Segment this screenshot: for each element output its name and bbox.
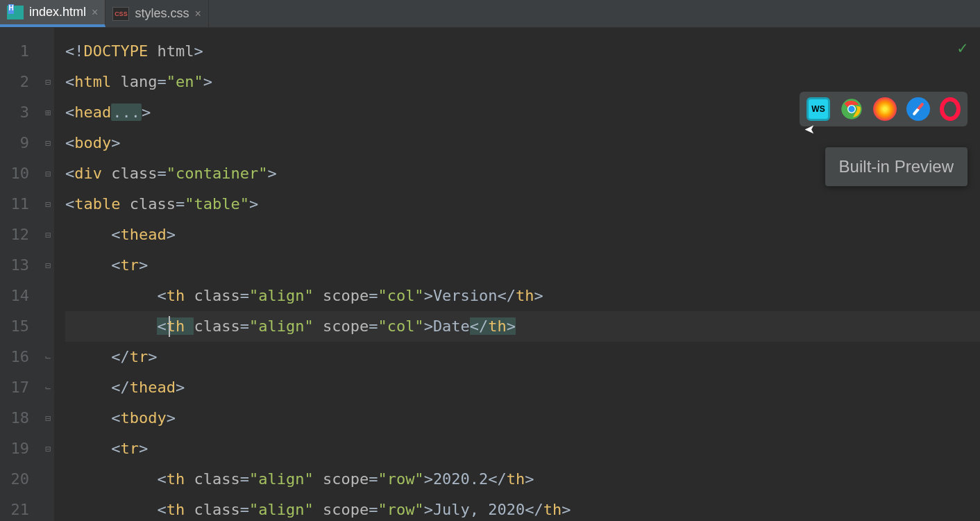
- syntax-attr: class: [194, 317, 239, 335]
- code-line[interactable]: <th class="align" scope="col">Date</th>: [65, 311, 980, 342]
- syntax-punc: <: [65, 195, 74, 213]
- webstorm-preview-icon[interactable]: WS: [806, 97, 830, 121]
- fold-collapse-icon[interactable]: ⊟: [42, 403, 54, 433]
- fold-collapse-icon[interactable]: ⊟: [42, 433, 54, 464]
- fold-end-icon[interactable]: ⌙: [42, 372, 54, 403]
- syntax-val: "align": [249, 470, 323, 488]
- syntax-text: Date: [433, 317, 470, 335]
- tab-label: index.html: [29, 5, 86, 19]
- syntax-tag: DOCTYPE: [84, 42, 158, 60]
- line-number: 12: [0, 220, 29, 250]
- code-line[interactable]: <th class="align" scope="row">2020.2</th…: [65, 464, 980, 495]
- fold-none: [42, 281, 54, 311]
- code-line[interactable]: <!DOCTYPE html>: [65, 36, 980, 67]
- syntax-punc: </: [111, 348, 130, 365]
- code-line[interactable]: </thead>: [65, 372, 980, 403]
- syntax-punc: <: [65, 104, 74, 121]
- code-line[interactable]: <tr>: [65, 433, 980, 464]
- syntax-attr: scope: [323, 470, 369, 488]
- syntax-val: "col": [378, 287, 423, 304]
- syntax-punc: >: [167, 409, 176, 427]
- syntax-punc: >: [176, 379, 185, 396]
- opera-icon[interactable]: [940, 97, 961, 121]
- code-line[interactable]: </tr>: [65, 342, 980, 372]
- syntax-punc: <: [65, 134, 74, 151]
- syntax-tag: tr: [120, 256, 139, 274]
- syntax-punc: >: [424, 470, 433, 488]
- syntax-tag: thead: [120, 226, 166, 243]
- syntax-punc: =: [369, 287, 378, 304]
- syntax-tag: th: [543, 501, 562, 518]
- code-line[interactable]: <tr>: [65, 250, 980, 281]
- fold-collapse-icon[interactable]: ⊟: [42, 250, 54, 281]
- syntax-attr: scope: [323, 287, 369, 304]
- syntax-fold: ...: [111, 104, 142, 121]
- tab-styles-css[interactable]: CSSstyles.css×: [105, 0, 208, 27]
- close-icon[interactable]: ×: [92, 6, 98, 19]
- syntax-punc: <: [65, 165, 74, 182]
- tab-index-html[interactable]: index.html×: [0, 0, 105, 27]
- syntax-punc: =: [240, 470, 249, 488]
- syntax-attr: class: [111, 165, 157, 182]
- syntax-punc: >: [203, 73, 212, 90]
- syntax-punc: >: [424, 501, 433, 518]
- line-number: 20: [0, 464, 29, 495]
- syntax-punc: >: [142, 104, 151, 121]
- syntax-punc: =: [369, 501, 378, 518]
- syntax-attr: class: [194, 470, 239, 488]
- fold-column[interactable]: ⊟⊞⊟⊟⊟⊟⊟⌙⌙⊟⊟: [42, 28, 54, 521]
- syntax-punc: =: [176, 195, 185, 213]
- syntax-punc: >: [249, 195, 258, 213]
- syntax-tag: head: [74, 104, 111, 121]
- code-line[interactable]: <tbody>: [65, 403, 980, 433]
- syntax-attr: scope: [323, 317, 369, 335]
- firefox-icon[interactable]: [873, 97, 897, 121]
- syntax-tag: th: [167, 501, 194, 518]
- inspection-ok-icon[interactable]: ✓: [958, 38, 968, 58]
- syntax-punc: <: [157, 501, 166, 518]
- line-number: 18: [0, 403, 29, 433]
- fold-expand-icon[interactable]: ⊞: [42, 97, 54, 128]
- close-icon[interactable]: ×: [194, 8, 201, 20]
- code-line[interactable]: <table class="table">: [65, 189, 980, 220]
- fold-none: [42, 464, 54, 495]
- syntax-punc: </: [111, 379, 130, 396]
- syntax-punc: >: [507, 317, 516, 335]
- fold-collapse-icon[interactable]: ⊟: [42, 189, 54, 220]
- syntax-text: 2020.2: [433, 470, 488, 488]
- syntax-punc: </: [498, 287, 516, 304]
- tab-label: styles.css: [135, 6, 189, 21]
- line-number: 19: [0, 433, 29, 464]
- syntax-text: Version: [433, 287, 498, 304]
- fold-collapse-icon[interactable]: ⊟: [42, 158, 54, 189]
- line-number: 17: [0, 372, 29, 403]
- syntax-attr: class: [194, 287, 239, 304]
- syntax-attr: class: [130, 195, 176, 213]
- syntax-punc: </: [470, 317, 489, 335]
- fold-collapse-icon[interactable]: ⊟: [42, 67, 54, 97]
- syntax-val: "container": [167, 165, 268, 182]
- syntax-tag: th: [167, 287, 194, 304]
- fold-collapse-icon[interactable]: ⊟: [42, 220, 54, 250]
- code-line[interactable]: <thead>: [65, 220, 980, 250]
- fold-collapse-icon[interactable]: ⊟: [42, 128, 54, 158]
- syntax-punc: =: [369, 317, 378, 335]
- fold-end-icon[interactable]: ⌙: [42, 342, 54, 372]
- syntax-punc: <: [157, 470, 166, 488]
- syntax-val: "table": [185, 195, 249, 213]
- syntax-punc: >: [534, 287, 543, 304]
- syntax-punc: >: [424, 287, 433, 304]
- syntax-punc: >: [167, 226, 176, 243]
- syntax-tag: th: [167, 470, 194, 488]
- code-line[interactable]: <th class="align" scope="col">Version</t…: [65, 281, 980, 311]
- chrome-icon[interactable]: [840, 97, 863, 121]
- fold-none: [42, 495, 54, 521]
- fold-none: [42, 311, 54, 342]
- syntax-tag: th: [488, 317, 507, 335]
- line-number: 2: [0, 67, 29, 97]
- safari-icon[interactable]: [906, 97, 930, 121]
- syntax-punc: >: [139, 440, 148, 457]
- line-number: 11: [0, 189, 29, 220]
- code-line[interactable]: <th class="align" scope="row">July, 2020…: [65, 495, 980, 521]
- syntax-punc: =: [157, 73, 166, 90]
